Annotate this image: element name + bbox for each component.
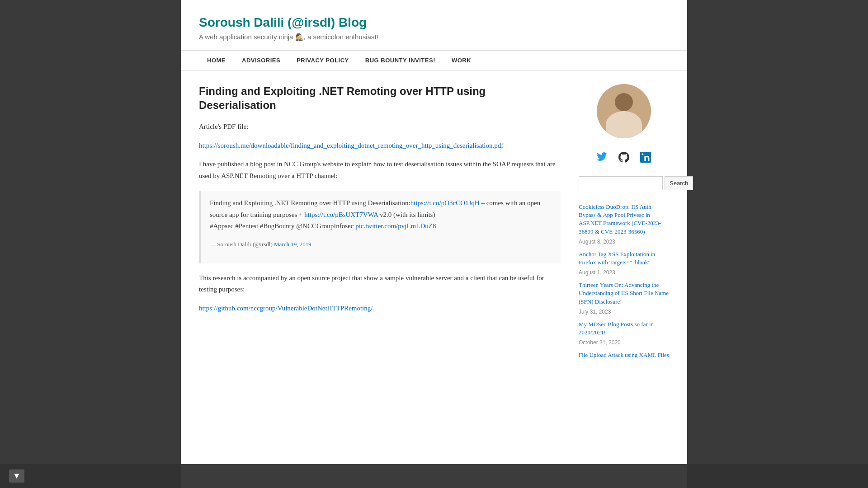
nav-link-privacy-policy[interactable]: PRIVACY POLICY <box>288 51 357 70</box>
nav-item: WORK <box>443 51 479 70</box>
content-area: Finding and Exploiting .NET Remoting ove… <box>181 70 687 362</box>
nav-link-work[interactable]: WORK <box>443 51 479 70</box>
tweet-link2[interactable]: https://t.co/pBsUXT7VWA <box>304 211 378 218</box>
github-link[interactable]: https://github.com/nccgroup/VulnerableDo… <box>199 305 373 312</box>
sidebar-avatar <box>579 84 669 140</box>
linkedin-icon[interactable] <box>637 149 654 165</box>
nav-item: HOME <box>199 51 234 70</box>
tweet-date-link[interactable]: March 19, 2019 <box>274 241 311 248</box>
recent-post-link[interactable]: File Upload Attack using XAML Files <box>579 351 669 359</box>
main-content: Finding and Exploiting .NET Remoting ove… <box>199 84 561 362</box>
nav-list: HOMEADVISORIESPRIVACY POLICYBUG BOUNTY I… <box>199 51 669 70</box>
nav-link-home[interactable]: HOME <box>199 51 234 70</box>
page-wrapper: Soroush Dalili (@irsdl) Blog A web appli… <box>181 0 687 488</box>
recent-posts: Cookieless DuoDrop: IIS Auth Bypass & Ap… <box>579 203 669 359</box>
tweet-link1[interactable]: https://t.co/pO3cCO1JqH <box>410 199 480 206</box>
nav-item: BUG BOUNTY INVITES! <box>357 51 443 70</box>
research-text: This research is accompanied by an open … <box>199 272 561 296</box>
search-button[interactable]: Search <box>665 176 693 190</box>
search-widget: Search <box>579 176 669 190</box>
nav-link-advisories[interactable]: ADVISORIES <box>234 51 288 70</box>
avatar <box>597 84 651 138</box>
post-intro: I have published a blog post in NCC Grou… <box>199 159 561 182</box>
tweet-pic-link[interactable]: pic.twitter.com/pvjLmLDuZ8 <box>355 222 436 230</box>
search-input[interactable] <box>579 176 663 190</box>
tweet-text3: v2.0 (with its limits) <box>378 211 435 218</box>
recent-post-link[interactable]: Cookieless DuoDrop: IIS Auth Bypass & Ap… <box>579 203 669 236</box>
post-date: October 31, 2020 <box>579 339 669 346</box>
cookie-chevron[interactable]: ▼ <box>9 469 24 483</box>
site-header: Soroush Dalili (@irsdl) Blog A web appli… <box>181 0 687 51</box>
tweet-text: Finding and Exploiting .NET Remoting ove… <box>210 197 552 232</box>
search-form: Search <box>579 176 669 190</box>
site-title: Soroush Dalili (@irsdl) Blog <box>199 14 669 30</box>
post-date: August 8, 2023 <box>579 239 669 245</box>
nav-item: PRIVACY POLICY <box>288 51 357 70</box>
nav-link-bug-bounty-invites![interactable]: BUG BOUNTY INVITES! <box>357 51 443 70</box>
nav-item: ADVISORIES <box>234 51 288 70</box>
pdf-label: Article's PDF file: <box>199 121 561 133</box>
twitter-icon[interactable] <box>594 149 610 165</box>
recent-post-link[interactable]: Thirteen Years On: Advancing the Underst… <box>579 281 669 306</box>
tweet-text1: Finding and Exploiting .NET Remoting ove… <box>210 199 410 206</box>
recent-post-link[interactable]: My MDSec Blog Posts so far in 2020/2021! <box>579 320 669 337</box>
post-body: Article's PDF file: https://soroush.me/d… <box>199 121 561 314</box>
site-title-link[interactable]: Soroush Dalili (@irsdl) Blog <box>199 15 367 29</box>
site-description: A web application security ninja 🕵, a se… <box>199 33 669 41</box>
tweet-tags: #Appsec #Pentest #BugBounty @NCCGroupInf… <box>210 222 354 230</box>
sidebar: Search Cookieless DuoDrop: IIS Auth Bypa… <box>579 84 669 362</box>
pdf-link[interactable]: https://soroush.me/downloadable/finding_… <box>199 142 503 149</box>
site-nav: HOMEADVISORIESPRIVACY POLICYBUG BOUNTY I… <box>181 51 687 70</box>
social-icons <box>579 149 669 165</box>
github-icon[interactable] <box>616 149 632 165</box>
post-date: August 1, 2023 <box>579 269 669 276</box>
tweet-block: Finding and Exploiting .NET Remoting ove… <box>199 191 561 263</box>
tweet-attribution: — Soroush Dalili (@irsdl) March 19, 2019 <box>210 239 552 249</box>
cookie-banner: ▼ <box>0 464 868 488</box>
recent-post-link[interactable]: Anchor Tag XSS Exploitation in Firefox w… <box>579 250 669 267</box>
post-title: Finding and Exploiting .NET Remoting ove… <box>199 84 561 112</box>
post-date: July 31, 2023 <box>579 309 669 315</box>
